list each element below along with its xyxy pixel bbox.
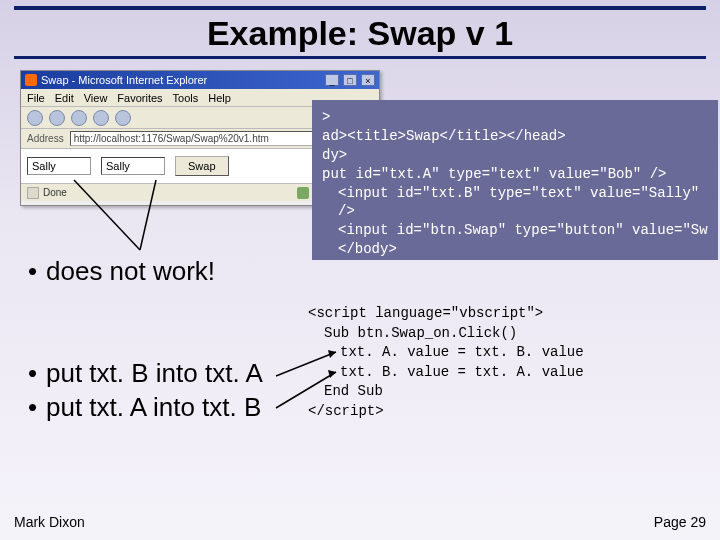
swap-button[interactable]: Swap [175,156,229,176]
code-line: txt. B. value = txt. A. value [308,363,696,383]
slide-title: Example: Swap v 1 [0,14,720,53]
refresh-icon[interactable] [93,110,109,126]
code-line: dy> [322,146,708,165]
menu-favorites[interactable]: Favorites [117,92,162,104]
ie-icon [25,74,37,86]
browser-titlebar: Swap - Microsoft Internet Explorer _ □ × [21,71,379,89]
slide: Example: Swap v 1 Swap - Microsoft Inter… [0,0,720,540]
code-line: <input id="txt.B" type="text" value="Sal… [322,184,708,222]
title-underline [14,56,706,59]
maximize-button[interactable]: □ [343,74,357,86]
bullet-3-text: put txt. A into txt. B [46,392,261,422]
code-line: ad><title>Swap</title></head> [322,127,708,146]
menu-edit[interactable]: Edit [55,92,74,104]
bullet-3: •put txt. A into txt. B [28,392,261,423]
txt-b-field[interactable]: Sally [101,157,165,175]
close-button[interactable]: × [361,74,375,86]
doc-icon [27,187,39,199]
menu-help[interactable]: Help [208,92,231,104]
code-line: put id="txt.A" type="text" value="Bob" /… [322,165,708,184]
stop-icon[interactable] [71,110,87,126]
bullet-2: •put txt. B into txt. A [28,358,263,389]
menu-file[interactable]: File [27,92,45,104]
txt-a-field[interactable]: Sally [27,157,91,175]
code-line: End Sub [308,382,696,402]
top-rule [14,6,706,10]
code-line: txt. A. value = txt. B. value [308,343,696,363]
html-code-block: > ad><title>Swap</title></head> dy> put … [312,100,718,260]
menu-view[interactable]: View [84,92,108,104]
code-line: </script> [308,402,696,422]
home-icon[interactable] [115,110,131,126]
code-line: <input id="btn.Swap" type="button" value… [322,221,708,240]
code-line: </body> [322,240,708,259]
menu-tools[interactable]: Tools [173,92,199,104]
minimize-button[interactable]: _ [325,74,339,86]
bullet-2-text: put txt. B into txt. A [46,358,263,388]
footer-author: Mark Dixon [14,514,85,530]
code-line: Sub btn.Swap_on.Click() [308,324,696,344]
bullet-1-text: does not work! [46,256,215,286]
footer-page: Page 29 [654,514,706,530]
address-label: Address [27,133,64,144]
code-line: <script language="vbscript"> [308,304,696,324]
zone-icon [297,187,309,199]
status-done: Done [43,187,67,198]
code-line: </html> [322,259,708,260]
forward-icon[interactable] [49,110,65,126]
bullet-1: •does not work! [28,256,215,287]
script-code-block: <script language="vbscript"> Sub btn.Swa… [302,300,702,430]
back-icon[interactable] [27,110,43,126]
code-line: > [322,108,708,127]
window-title: Swap - Microsoft Internet Explorer [41,71,207,89]
